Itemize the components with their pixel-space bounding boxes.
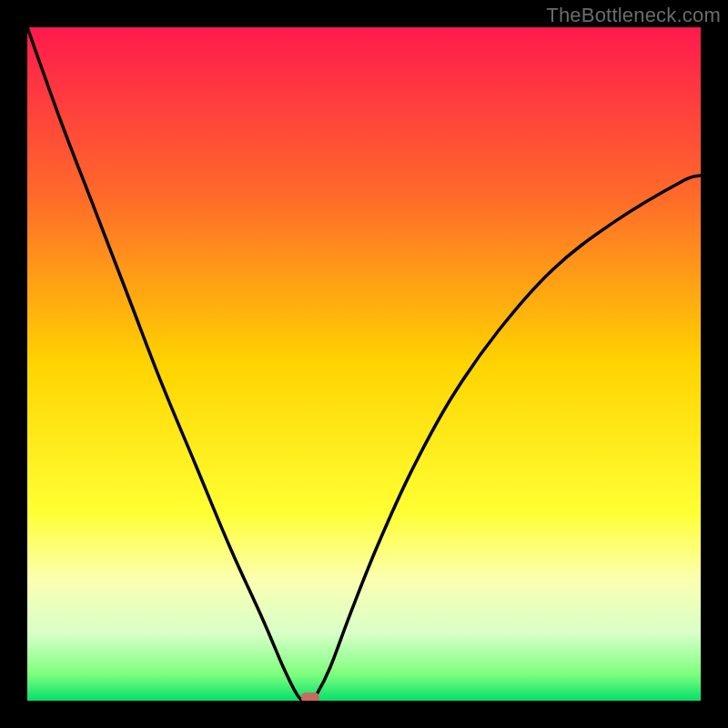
bottleneck-chart — [27, 27, 701, 701]
minimum-marker — [301, 693, 319, 701]
watermark-label: TheBottleneck.com — [546, 4, 721, 27]
plot-background — [27, 27, 701, 701]
chart-frame: TheBottleneck.com — [0, 0, 728, 728]
